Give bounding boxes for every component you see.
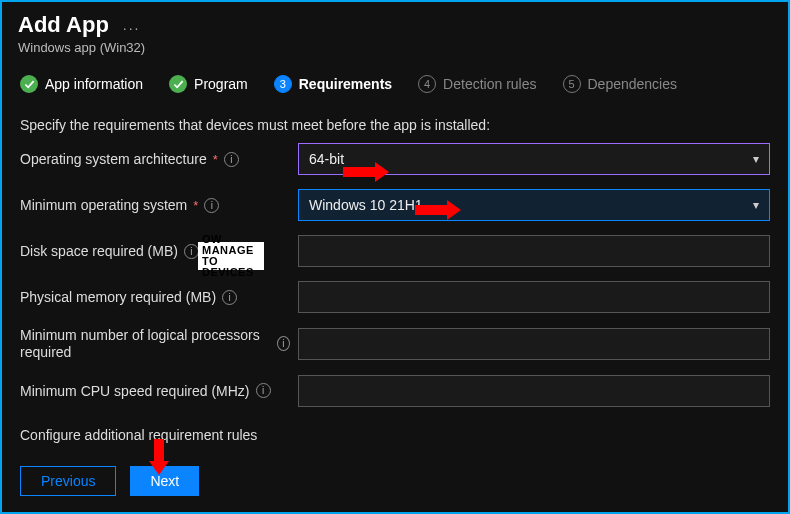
info-icon[interactable]: i [222,290,237,305]
arch-label: Operating system architecture [20,151,207,167]
tab-app-information[interactable]: App information [20,75,143,93]
step-number-icon: 5 [563,75,581,93]
page-subtitle: Windows app (Win32) [18,40,772,55]
section-description: Specify the requirements that devices mu… [2,103,788,143]
check-icon [169,75,187,93]
previous-button[interactable]: Previous [20,466,116,496]
step-number-icon: 4 [418,75,436,93]
required-icon: * [213,152,218,167]
cpuspeed-label: Minimum CPU speed required (MHz) [20,383,250,399]
info-icon[interactable]: i [224,152,239,167]
tab-label: Program [194,76,248,92]
minos-value: Windows 10 21H1 [309,197,423,213]
tab-requirements[interactable]: 3 Requirements [274,75,392,93]
arch-dropdown[interactable]: 64-bit ▾ [298,143,770,175]
check-icon [20,75,38,93]
minos-dropdown[interactable]: Windows 10 21H1 ▾ [298,189,770,221]
info-icon[interactable]: i [277,336,290,351]
tab-detection-rules[interactable]: 4 Detection rules [418,75,536,93]
mem-label: Physical memory required (MB) [20,289,216,305]
mem-input[interactable] [298,281,770,313]
cpuspeed-input[interactable] [298,375,770,407]
cpucount-label: Minimum number of logical processors req… [20,327,271,361]
chevron-down-icon: ▾ [753,152,759,166]
disk-label: Disk space required (MB) [20,243,178,259]
more-icon[interactable]: ... [123,17,141,33]
step-number-icon: 3 [274,75,292,93]
info-icon[interactable]: i [256,383,271,398]
chevron-down-icon: ▾ [753,198,759,212]
tab-label: Dependencies [588,76,678,92]
next-button[interactable]: Next [130,466,199,496]
header: Add App ... Windows app (Win32) [2,2,788,59]
wizard-footer: Previous Next [20,466,199,496]
additional-rules-label: Configure additional requirement rules [2,421,788,443]
requirements-form: Operating system architecture * i 64-bit… [2,143,788,407]
disk-input[interactable] [298,235,770,267]
tab-program[interactable]: Program [169,75,248,93]
watermark: OW MANAGE TO DEVICES [198,242,264,270]
info-icon[interactable]: i [184,244,199,259]
required-icon: * [193,198,198,213]
cpucount-input[interactable] [298,328,770,360]
tab-dependencies[interactable]: 5 Dependencies [563,75,678,93]
info-icon[interactable]: i [204,198,219,213]
tab-label: Detection rules [443,76,536,92]
minos-label: Minimum operating system [20,197,187,213]
wizard-tabs: App information Program 3 Requirements 4… [2,59,788,103]
page-title: Add App [18,12,109,38]
tab-label: App information [45,76,143,92]
tab-label: Requirements [299,76,392,92]
arch-value: 64-bit [309,151,344,167]
